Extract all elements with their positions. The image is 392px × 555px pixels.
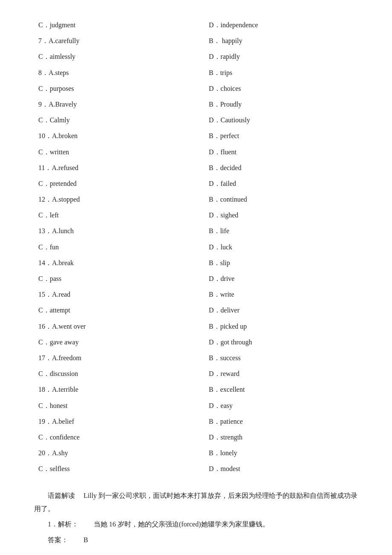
option-right-17: B．write — [196, 286, 358, 302]
answer-value: B — [84, 536, 88, 543]
option-right-10: D．failed — [196, 176, 358, 191]
option-left-25: 19．A.belief — [34, 413, 196, 429]
option-left-11: 12．A.stopped — [34, 191, 196, 207]
option-left-24: C．honest — [34, 398, 196, 413]
option-left-18: C．attempt — [34, 302, 196, 318]
option-right-3: B．trips — [196, 65, 358, 81]
option-right-19: B．picked up — [196, 318, 358, 334]
explanation-intro-text: Lilly 到一家公司求职，面试时她本来打算放弃，后来因为经理给予的鼓励和自信而… — [34, 492, 357, 512]
option-right-11: B．continued — [196, 191, 358, 207]
options-grid: C．judgmentD．independence7．A.carefullyB． … — [34, 17, 358, 477]
option-right-26: D．strength — [196, 429, 358, 445]
option-left-23: 18．A.terrible — [34, 382, 196, 397]
option-left-6: C．Calmly — [34, 112, 196, 128]
option-left-21: 17．A.freedom — [34, 350, 196, 366]
option-right-27: B．lonely — [196, 445, 358, 461]
option-right-22: D．reward — [196, 366, 358, 382]
option-right-15: B．slip — [196, 255, 358, 271]
option-right-1: B． happily — [196, 33, 358, 49]
answer-label: 答案： — [48, 536, 68, 543]
option-right-20: D．got through — [196, 334, 358, 350]
option-left-8: C．written — [34, 144, 196, 160]
option-right-2: D．rapidly — [196, 49, 358, 64]
option-left-1: 7．A.carefully — [34, 33, 196, 49]
option-right-12: D．sighed — [196, 207, 358, 223]
option-left-19: 16．A.went over — [34, 318, 196, 334]
item1-line: 1．解析： 当她 16 岁时，她的父亲强迫(forced)她辍学来为家里赚钱。 — [48, 518, 358, 531]
explanation-intro: 语篇解读 Lilly 到一家公司求职，面试时她本来打算放弃，后来因为经理给予的鼓… — [34, 489, 358, 515]
option-left-2: C．aimlessly — [34, 49, 196, 64]
option-left-7: 10．A.broken — [34, 128, 196, 144]
option-right-4: D．choices — [196, 81, 358, 96]
option-left-27: 20．A.shy — [34, 445, 196, 461]
option-left-13: 13．A.lunch — [34, 223, 196, 239]
option-left-20: C．gave away — [34, 334, 196, 350]
option-right-28: D．modest — [196, 461, 358, 477]
option-right-25: B．patience — [196, 413, 358, 429]
option-left-12: C．left — [34, 207, 196, 223]
option-left-15: 14．A.break — [34, 255, 196, 271]
option-left-4: C．purposes — [34, 81, 196, 96]
option-left-9: 11．A.refused — [34, 160, 196, 176]
option-right-9: B．decided — [196, 160, 358, 176]
option-right-23: B．excellent — [196, 382, 358, 397]
option-left-14: C．fun — [34, 239, 196, 255]
explanation-intro-label: 语篇解读 — [48, 492, 75, 499]
option-right-0: D．independence — [196, 17, 358, 33]
option-right-14: D．luck — [196, 239, 358, 255]
option-right-5: B．Proudly — [196, 96, 358, 112]
option-left-3: 8．A.steps — [34, 65, 196, 81]
option-right-18: D．deliver — [196, 302, 358, 318]
main-content: C．judgmentD．independence7．A.carefullyB． … — [34, 17, 358, 546]
option-left-17: 15．A.read — [34, 286, 196, 302]
option-right-8: D．fluent — [196, 144, 358, 160]
option-left-10: C．pretended — [34, 176, 196, 191]
option-left-22: C．discussion — [34, 366, 196, 382]
explanation-section: 语篇解读 Lilly 到一家公司求职，面试时她本来打算放弃，后来因为经理给予的鼓… — [34, 489, 358, 546]
option-right-13: B．life — [196, 223, 358, 239]
option-right-7: B．perfect — [196, 128, 358, 144]
option-right-21: B．success — [196, 350, 358, 366]
option-right-6: D．Cautiously — [196, 112, 358, 128]
option-left-5: 9．A.Bravely — [34, 96, 196, 112]
option-right-16: D．drive — [196, 271, 358, 286]
option-left-26: C．confidence — [34, 429, 196, 445]
option-left-0: C．judgment — [34, 17, 196, 33]
option-left-16: C．pass — [34, 271, 196, 286]
option-left-28: C．selfless — [34, 461, 196, 477]
option-right-24: D．easy — [196, 398, 358, 413]
answer-line: 答案： B — [48, 534, 358, 546]
item1-text: 当她 16 岁时，她的父亲强迫(forced)她辍学来为家里赚钱。 — [94, 520, 269, 528]
item1-label: 1．解析： — [48, 520, 78, 528]
